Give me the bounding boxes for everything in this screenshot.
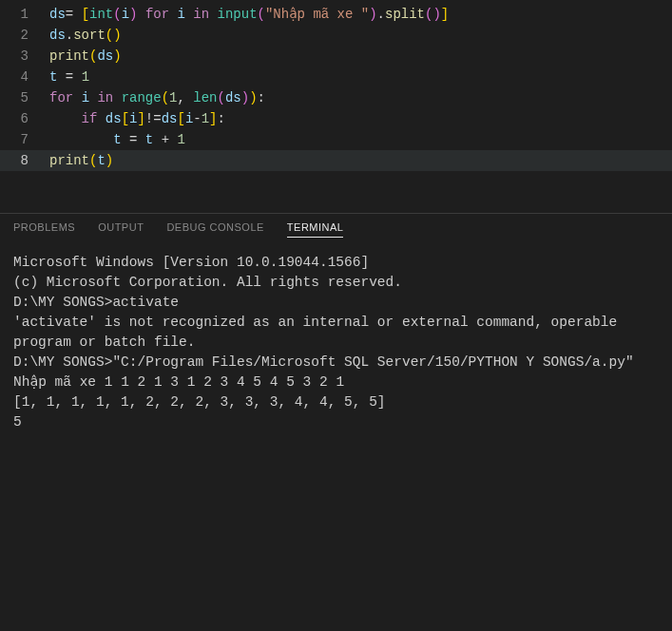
terminal-line: (c) Microsoft Corporation. All rights re… xyxy=(13,273,659,293)
line-number: 5 xyxy=(0,87,38,108)
code-content[interactable]: print(ds) xyxy=(38,46,122,67)
code-line[interactable]: 7 t = t + 1 xyxy=(0,129,672,150)
line-number: 2 xyxy=(0,25,38,46)
code-content[interactable]: ds.sort() xyxy=(38,25,122,46)
code-content[interactable]: ds= [int(i) for i in input("Nhập mã xe "… xyxy=(38,4,449,25)
terminal-line: 'activate' is not recognized as an inter… xyxy=(13,313,659,353)
code-content[interactable]: print(t) xyxy=(38,150,113,171)
line-number: 6 xyxy=(0,108,38,129)
code-line[interactable]: 4t = 1 xyxy=(0,67,672,87)
panel-tabs: PROBLEMS OUTPUT DEBUG CONSOLE TERMINAL xyxy=(0,214,672,243)
terminal-line: D:\MY SONGS>"C:/Program Files/Microsoft … xyxy=(13,353,659,373)
line-number: 4 xyxy=(0,67,38,87)
code-content[interactable]: for i in range(1, len(ds)): xyxy=(38,87,265,108)
terminal-output[interactable]: Microsoft Windows [Version 10.0.19044.15… xyxy=(0,243,672,442)
tab-terminal[interactable]: TERMINAL xyxy=(287,221,344,238)
code-content[interactable]: t = t + 1 xyxy=(38,129,185,150)
terminal-line: 5 xyxy=(13,412,659,432)
tab-output[interactable]: OUTPUT xyxy=(98,221,144,238)
line-number: 7 xyxy=(0,129,38,150)
tab-debug-console[interactable]: DEBUG CONSOLE xyxy=(166,221,263,238)
line-number: 3 xyxy=(0,46,38,67)
line-number: 8 xyxy=(0,150,38,171)
code-content[interactable]: if ds[i]!=ds[i-1]: xyxy=(38,108,225,129)
line-number: 1 xyxy=(0,4,38,25)
terminal-line: [1, 1, 1, 1, 1, 2, 2, 2, 3, 3, 3, 4, 4, … xyxy=(13,392,659,412)
code-line[interactable]: 3print(ds) xyxy=(0,46,672,67)
terminal-line: D:\MY SONGS>activate xyxy=(13,293,659,313)
code-line[interactable]: 5for i in range(1, len(ds)): xyxy=(0,87,672,108)
code-line[interactable]: 8print(t) xyxy=(0,150,672,171)
bottom-panel: PROBLEMS OUTPUT DEBUG CONSOLE TERMINAL M… xyxy=(0,213,672,442)
code-line[interactable]: 2ds.sort() xyxy=(0,25,672,46)
terminal-line: Microsoft Windows [Version 10.0.19044.15… xyxy=(13,253,659,273)
tab-problems[interactable]: PROBLEMS xyxy=(13,221,75,238)
code-line[interactable]: 1ds= [int(i) for i in input("Nhập mã xe … xyxy=(0,4,672,25)
code-editor[interactable]: 1ds= [int(i) for i in input("Nhập mã xe … xyxy=(0,0,672,175)
code-content[interactable]: t = 1 xyxy=(38,67,89,87)
terminal-line: Nhập mã xe 1 1 2 1 3 1 2 3 4 5 4 5 3 2 1 xyxy=(13,373,659,392)
code-line[interactable]: 6 if ds[i]!=ds[i-1]: xyxy=(0,108,672,129)
